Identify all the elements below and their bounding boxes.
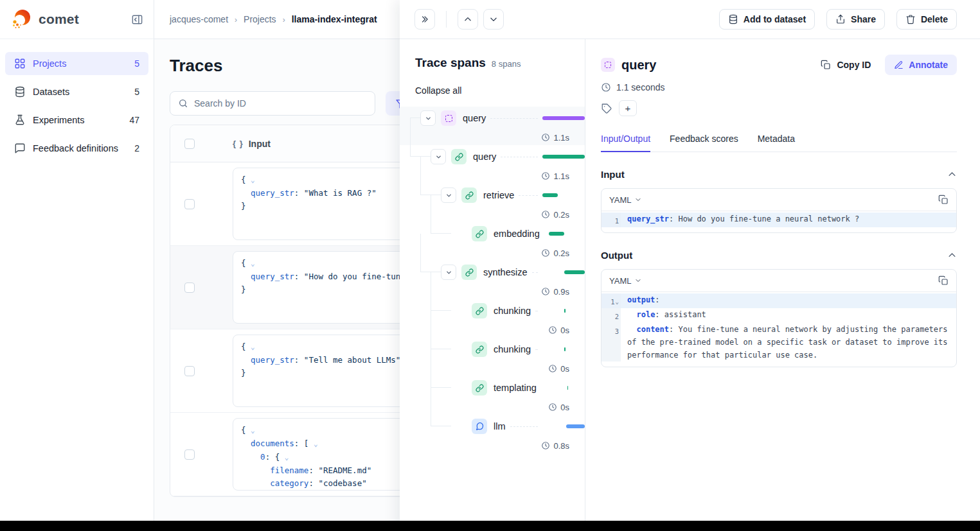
row-checkbox[interactable] [184, 199, 195, 209]
span-duration-label: 0.2s [400, 207, 585, 222]
overlay-toolbar: Add to dataset Share Delete [400, 0, 980, 39]
select-all-checkbox[interactable] [184, 139, 195, 149]
leader-line [519, 195, 538, 196]
add-tag-button[interactable]: + [619, 100, 637, 116]
input-column-header[interactable]: { } Input [233, 139, 271, 149]
span-expand-button[interactable] [441, 265, 456, 280]
row-checkbox[interactable] [184, 283, 195, 293]
span-name: retrieve [483, 190, 514, 200]
clock-icon [541, 287, 550, 296]
sidebar-item-label: Datasets [33, 87, 69, 97]
span-name: synthesize [483, 267, 528, 277]
tag-icon [601, 103, 612, 114]
sidebar-item-projects[interactable]: Projects 5 [5, 52, 148, 75]
chain-icon [476, 345, 484, 354]
span-duration-label: 0.2s [400, 245, 585, 261]
span-timeline [542, 270, 585, 274]
sidebar-nav: Projects 5 Datasets 5 Experiments 47 Fee… [0, 39, 154, 178]
leader-line [501, 157, 538, 157]
span-row-embedding[interactable]: embedding 0.2s [400, 222, 585, 261]
span-duration-bar [564, 309, 566, 313]
span-row-query[interactable]: query 1.1s [400, 107, 585, 145]
span-duration-label: 1.1s [400, 130, 585, 145]
span-row-synthesize[interactable]: synthesize 0.9s [400, 261, 585, 299]
leader-line [535, 349, 538, 350]
chevron-up-icon [463, 15, 472, 24]
span-duration-bar [567, 386, 568, 390]
span-row-retrieve[interactable]: retrieve 0.2s [400, 184, 585, 222]
bottom-bar [0, 521, 980, 531]
span-expand-button[interactable] [431, 149, 446, 164]
span-row-query[interactable]: query 1.1s [400, 145, 585, 184]
span-expand-button[interactable] [441, 187, 456, 203]
span-row-chunking[interactable]: chunking 0s [400, 299, 585, 338]
code-line: 2 role: assistant [601, 308, 956, 323]
database-icon [728, 14, 738, 24]
next-trace-button[interactable] [483, 9, 504, 30]
prev-trace-button[interactable] [458, 9, 478, 30]
span-type-icon [472, 226, 487, 241]
span-duration-bar [542, 116, 585, 120]
database-icon [14, 86, 26, 98]
span-tree: query 1.1s query 1.1s [400, 107, 585, 453]
close-panel-button[interactable] [414, 9, 435, 30]
delete-button[interactable]: Delete [896, 9, 957, 30]
output-code: 1⌄output:2 role: assistant3 content: You… [601, 292, 956, 367]
tab-feedback-scores[interactable]: Feedback scores [670, 134, 738, 152]
code-line: 3 content: You fine-tune a neural networ… [601, 323, 956, 361]
add-to-dataset-button[interactable]: Add to dataset [719, 9, 815, 30]
tab-metadata[interactable]: Metadata [758, 134, 795, 152]
span-row-chunking[interactable]: chunking 0s [400, 338, 585, 376]
search-input[interactable] [194, 98, 367, 109]
breadcrumb-item[interactable]: jacques-comet [170, 14, 228, 24]
chevron-down-icon [634, 196, 642, 204]
span-timeline [546, 386, 585, 390]
span-expand-button[interactable] [420, 110, 436, 126]
span-name: query [463, 113, 486, 123]
breadcrumb-item: llama-index-integrat [292, 14, 377, 24]
copy-output-button[interactable] [938, 275, 949, 286]
search-box[interactable] [170, 91, 375, 116]
span-row-templating[interactable]: templating 0s [400, 376, 585, 415]
chain-icon [465, 191, 474, 200]
sidebar-item-experiments[interactable]: Experiments 47 [5, 109, 148, 132]
share-button[interactable]: Share [826, 9, 885, 30]
span-title: query [621, 58, 656, 73]
span-duration-bar [549, 232, 564, 236]
row-checkbox[interactable] [184, 366, 195, 376]
chain-icon [476, 384, 484, 392]
row-checkbox[interactable] [184, 449, 195, 460]
breadcrumb-item[interactable]: Projects [244, 14, 276, 24]
sidebar-item-datasets[interactable]: Datasets 5 [5, 80, 148, 103]
copy-id-button[interactable]: Copy ID [821, 60, 871, 70]
copy-input-button[interactable] [938, 195, 949, 205]
span-timeline [542, 155, 585, 159]
annotate-button[interactable]: Annotate [885, 55, 957, 75]
output-format-select[interactable]: YAML [609, 276, 642, 286]
flask-icon [14, 114, 26, 126]
span-type-icon [441, 110, 456, 126]
collapse-output-icon[interactable] [947, 250, 957, 260]
breadcrumb: jacques-comet›Projects›llama-index-integ… [170, 14, 377, 24]
message-icon [476, 422, 484, 431]
collapse-all-link[interactable]: Collapse all [400, 85, 585, 96]
leader-line [535, 311, 538, 311]
fold-chevron-icon[interactable]: ⌄ [616, 295, 619, 308]
collapse-input-icon[interactable] [947, 170, 957, 179]
span-duration-bar [564, 270, 585, 274]
detail-tabs: Input/OutputFeedback scoresMetadata [601, 134, 957, 152]
sidebar-collapse-icon[interactable] [131, 13, 143, 26]
copy-icon [938, 195, 949, 205]
braces-icon: { } [233, 139, 244, 148]
clock-icon [548, 326, 557, 335]
span-timeline [542, 347, 585, 351]
span-duration-label: 0.8s [400, 438, 585, 453]
input-format-select[interactable]: YAML [609, 195, 642, 205]
tab-input-output[interactable]: Input/Output [601, 134, 650, 152]
span-row-llm[interactable]: llm 0.8s [400, 415, 585, 453]
span-duration-bar [564, 347, 566, 351]
sidebar-item-feedback-definitions[interactable]: Feedback definitions 2 [5, 137, 148, 160]
leader-line [510, 426, 538, 427]
comet-logo-icon [10, 8, 33, 31]
chevrons-right-icon [420, 15, 429, 24]
